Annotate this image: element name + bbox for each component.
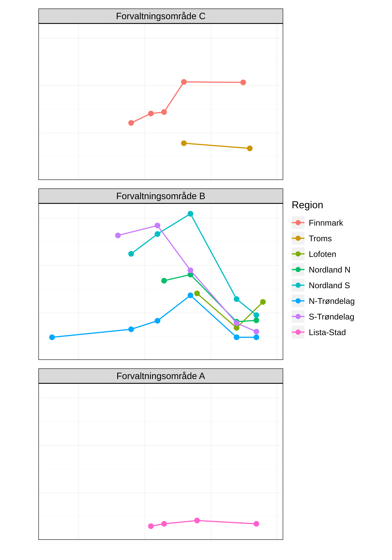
series-svg [39, 384, 283, 539]
series-point [188, 268, 193, 273]
series-point [115, 233, 121, 238]
series-point [161, 521, 167, 527]
legend-item: Nordland N [292, 262, 355, 277]
series-svg [39, 24, 283, 180]
legend-key [292, 232, 304, 245]
legend-key [292, 326, 304, 339]
legend-dot-icon [296, 251, 301, 256]
series-point [128, 251, 134, 257]
series-svg [39, 204, 283, 360]
series-point [194, 518, 200, 523]
page: Estimert ungeproduksjon Forvaltningsområ… [0, 0, 392, 560]
series-point [188, 211, 193, 217]
facet-panel: 1002003001990200020102020 [38, 383, 283, 540]
legend-label: N-Trøndelag [309, 296, 355, 306]
series-line [184, 143, 250, 148]
series-point [247, 146, 252, 151]
series-point [155, 231, 160, 237]
facet: Forvaltningsområde B100200300 [38, 189, 283, 360]
series-point [161, 109, 167, 115]
series-point [181, 140, 187, 146]
legend-item: Lista-Stad [292, 324, 355, 340]
series-point [234, 320, 240, 326]
series-point [181, 79, 187, 85]
legend-dot-icon [296, 267, 301, 272]
series-point [194, 290, 200, 296]
series-point [253, 334, 259, 340]
facet-panel: 100200300 [38, 23, 283, 180]
legend-label: Nordland S [309, 280, 350, 290]
legend-label: Lista-Stad [309, 327, 346, 337]
series-point [253, 521, 259, 527]
legend-dot-icon [296, 298, 301, 303]
legend-title: Region [292, 199, 355, 210]
legend-dot-icon [296, 236, 301, 241]
legend-item: N-Trøndelag [292, 293, 355, 309]
legend-item: Nordland S [292, 277, 355, 293]
series-point [155, 318, 160, 324]
series-point [260, 299, 266, 305]
legend-key [292, 294, 304, 307]
legend-key [292, 310, 304, 323]
facet-panel: 100200300 [38, 203, 283, 360]
legend-key [292, 248, 304, 260]
series-point [240, 80, 246, 85]
series-point [148, 523, 154, 529]
facet-strip: Forvaltningsområde B [38, 189, 283, 203]
legend-item: Troms [292, 230, 355, 246]
legend-item: Finnmark [292, 215, 355, 230]
series-point [128, 326, 134, 332]
legend-dot-icon [296, 283, 301, 288]
legend-label: Finnmark [309, 218, 343, 228]
legend-key [292, 216, 304, 229]
series-line [131, 82, 243, 123]
series-point [188, 292, 193, 298]
series-point [49, 334, 55, 340]
legend-label: S-Trøndelag [309, 312, 354, 321]
plot-column: Forvaltningsområde C100200300Forvaltning… [38, 9, 283, 549]
legend-key [292, 279, 304, 292]
legend-dot-icon [296, 220, 301, 225]
series-point [128, 120, 134, 126]
series-point [148, 111, 154, 116]
facet-strip: Forvaltningsområde C [38, 9, 283, 23]
series-line [118, 225, 256, 331]
legend-dot-icon [296, 330, 301, 335]
legend-key [292, 263, 304, 276]
facet-strip: Forvaltningsområde A [38, 368, 283, 383]
legend: Region FinnmarkTromsLofotenNordland NNor… [292, 199, 355, 340]
legend-dot-icon [296, 314, 301, 319]
legend-item: Lofoten [292, 246, 355, 262]
legend-label: Troms [309, 234, 332, 243]
series-point [253, 329, 259, 335]
facet: Forvaltningsområde A10020030019902000201… [38, 368, 283, 540]
series-point [161, 278, 167, 283]
series-point [253, 312, 259, 318]
series-line [164, 275, 256, 322]
legend-item: S-Trøndelag [292, 309, 355, 324]
legend-items: FinnmarkTromsLofotenNordland NNordland S… [292, 215, 355, 340]
series-line [52, 295, 256, 337]
series-point [155, 223, 160, 229]
series-point [253, 318, 259, 323]
legend-label: Nordland N [309, 265, 351, 274]
legend-label: Lofoten [309, 249, 336, 259]
facet: Forvaltningsområde C100200300 [38, 9, 283, 180]
series-point [234, 334, 240, 340]
series-point [234, 296, 240, 302]
